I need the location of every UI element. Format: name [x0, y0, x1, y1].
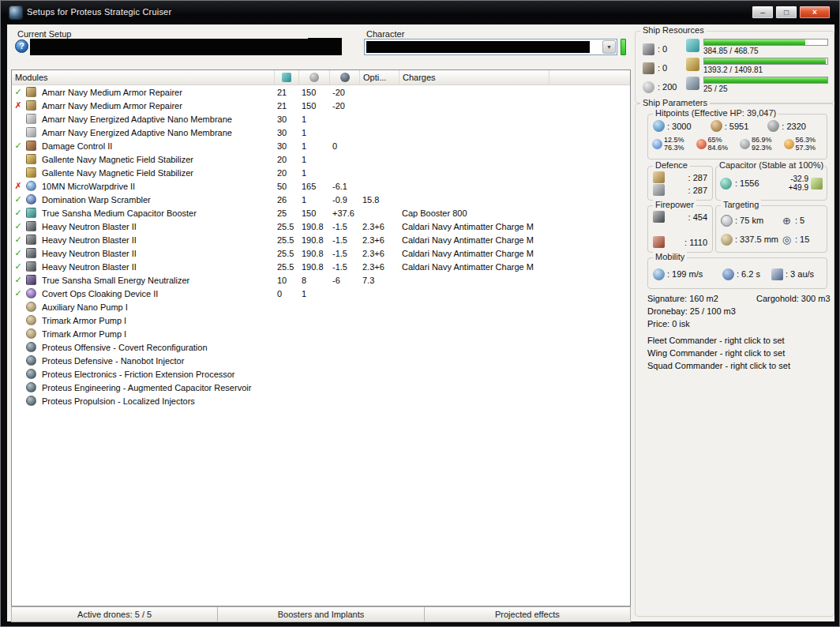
module-name: True Sansha Medium Capacitor Booster	[39, 208, 275, 218]
module-row[interactable]: True Sansha Small Energy Neutralizer 10 …	[12, 273, 630, 287]
module-charge: Caldari Navy Antimatter Charge M	[399, 262, 549, 272]
current-setup-combo[interactable]	[30, 39, 309, 55]
module-powergrid: 1	[299, 128, 330, 137]
module-row[interactable]: 10MN MicroWarpdrive II 50 165 -6.1	[12, 179, 630, 193]
module-name: Auxiliary Nano Pump I	[39, 302, 275, 312]
module-cpu: 21	[275, 101, 299, 111]
module-status-icon	[12, 206, 24, 220]
launcher-hardpoints-icon	[643, 62, 654, 74]
module-name: 10MN MicroWarpdrive II	[39, 182, 275, 191]
module-status-icon	[12, 233, 24, 246]
kinetic-resist-icon	[740, 139, 750, 149]
bottom-tab-bar: Active drones: 5 / 5 Boosters and Implan…	[11, 606, 631, 622]
module-row[interactable]: Proteus Electronics - Friction Extension…	[12, 367, 630, 381]
minimize-button[interactable]: –	[752, 6, 774, 19]
module-row[interactable]: Heavy Neutron Blaster II 25.5 190.8 -1.5…	[12, 233, 630, 246]
titlebar[interactable]: Setups for Proteus Strategic Cruiser – □…	[1, 1, 839, 24]
optimal-column-header: Opti...	[360, 70, 399, 84]
launcher-hardpoints-row: : 0	[643, 58, 687, 77]
module-optimal: 2.3+6	[360, 235, 399, 245]
help-button[interactable]: ?	[15, 39, 28, 53]
module-status-icon	[12, 260, 24, 273]
blaster-icon	[26, 235, 36, 245]
module-row[interactable]: Amarr Navy Energized Adaptive Nano Membr…	[12, 112, 630, 126]
repair-rate-value: : 287	[688, 173, 707, 182]
module-row[interactable]: Trimark Armor Pump I	[12, 327, 630, 340]
capacitor-capacity-value: : 1556	[735, 178, 759, 188]
module-name: Covert Ops Cloaking Device II	[39, 289, 275, 298]
module-cap-use: -1.5	[330, 262, 360, 272]
modules-column-header: Modules	[12, 70, 275, 84]
character-combo[interactable]	[364, 39, 617, 55]
module-row[interactable]: Domination Warp Scrambler 26 1 -0.9 15.8	[12, 193, 630, 206]
module-powergrid: 1	[299, 195, 330, 205]
module-row[interactable]: True Sansha Medium Capacitor Booster 25 …	[12, 206, 630, 220]
module-row[interactable]: Proteus Engineering - Augmented Capacito…	[12, 381, 630, 394]
firepower-title: Firepower	[653, 200, 696, 209]
module-powergrid: 1	[299, 115, 330, 124]
module-powergrid: 190.8	[299, 235, 330, 245]
module-row[interactable]: Auxiliary Nano Pump I	[12, 300, 630, 314]
module-cpu: 30	[275, 128, 299, 137]
cloak-icon	[26, 288, 36, 298]
module-charge: Caldari Navy Antimatter Charge M	[399, 249, 549, 258]
cpu-column-header	[275, 70, 299, 84]
max-velocity-value: : 199 m/s	[667, 269, 703, 279]
module-row[interactable]: Amarr Navy Energized Adaptive Nano Membr…	[12, 126, 630, 139]
setup-action-button[interactable]	[308, 38, 342, 55]
module-cpu: 50	[275, 182, 299, 191]
targeting-box: Targeting : 75 km : 5 : 337.5 mm : 15	[715, 205, 827, 253]
rig-icon	[26, 329, 36, 339]
squad-commander-slot[interactable]: Squad Commander - right click to set	[647, 361, 829, 374]
module-row[interactable]: Amarr Navy Medium Armor Repairer 21 150 …	[12, 99, 630, 112]
module-cpu: 10	[275, 276, 299, 285]
membrane-icon	[26, 114, 36, 124]
module-row[interactable]: Damage Control II 30 1 0	[12, 139, 630, 152]
capacitor-box: Capacitor (Stable at 100%) : 1556 -32.9 …	[715, 166, 827, 201]
tab-projected-effects[interactable]: Projected effects	[425, 606, 631, 622]
maximize-button[interactable]: □	[775, 6, 797, 19]
character-status-bar	[621, 39, 626, 55]
module-row[interactable]: Covert Ops Cloaking Device II 0 1	[12, 287, 630, 300]
hitpoints-title: Hitpoints (Effective HP: 39,047)	[653, 108, 778, 118]
powergrid-column-header	[299, 70, 330, 84]
close-button[interactable]: ×	[799, 6, 831, 19]
hull-hp-icon	[767, 120, 779, 132]
hitpoints-box: Hitpoints (Effective HP: 39,047) : 3000 …	[647, 114, 827, 160]
scrambler-icon	[26, 194, 36, 205]
drone-bandwidth-bar	[703, 77, 828, 84]
capacitor-icon	[720, 178, 732, 190]
sensor-strength-value: : 15	[795, 235, 809, 244]
module-row[interactable]: Proteus Propulsion - Localized Injectors	[12, 394, 630, 407]
optimal-column-label: Opti...	[363, 73, 386, 82]
tab-active-drones[interactable]: Active drones: 5 / 5	[11, 606, 218, 622]
module-name: Proteus Engineering - Augmented Capacito…	[39, 383, 275, 392]
module-name: Gallente Navy Magnetic Field Stabilizer	[39, 155, 275, 164]
wing-commander-slot[interactable]: Wing Commander - right click to set	[647, 348, 829, 361]
firepower-box: Firepower : 454 : 1110	[647, 205, 713, 253]
dps-value: : 454	[688, 212, 707, 222]
drone-bandwidth-icon	[686, 77, 699, 90]
signature-value: Signature: 160 m2	[647, 294, 718, 303]
module-row[interactable]: Amarr Navy Medium Armor Repairer 21 150 …	[12, 85, 630, 99]
turret-hardpoints-value: : 0	[658, 44, 667, 54]
module-row[interactable]: Gallente Navy Magnetic Field Stabilizer …	[12, 166, 630, 179]
rig-icon	[26, 302, 36, 312]
tab-boosters-implants[interactable]: Boosters and Implants	[218, 606, 424, 622]
module-status-icon	[12, 179, 24, 193]
thermal-shield-resist: 65%	[708, 136, 729, 144]
module-row[interactable]: Heavy Neutron Blaster II 25.5 190.8 -1.5…	[12, 220, 630, 233]
module-status-icon	[12, 85, 24, 99]
module-row[interactable]: Heavy Neutron Blaster II 25.5 190.8 -1.5…	[12, 246, 630, 260]
chevron-down-icon[interactable]	[602, 40, 616, 54]
module-row[interactable]: Heavy Neutron Blaster II 25.5 190.8 -1.5…	[12, 260, 630, 273]
module-row[interactable]: Proteus Offensive - Covert Reconfigurati…	[12, 340, 630, 354]
module-cpu: 20	[275, 155, 299, 164]
module-row[interactable]: Proteus Defensive - Nanobot Injector	[12, 354, 630, 367]
character-combo-value	[366, 41, 590, 53]
module-row[interactable]: Gallente Navy Magnetic Field Stabilizer …	[12, 152, 630, 166]
fleet-commander-slot[interactable]: Fleet Commander - right click to set	[647, 336, 829, 348]
module-charge: Cap Booster 800	[399, 208, 549, 218]
module-row[interactable]: Trimark Armor Pump I	[12, 314, 630, 327]
module-optimal: 2.3+6	[360, 249, 399, 258]
